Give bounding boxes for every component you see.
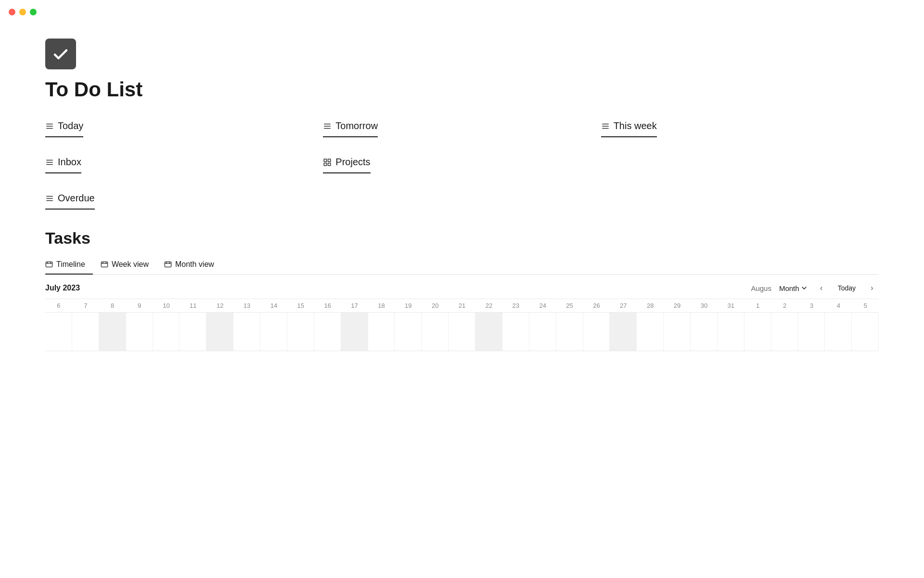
bar-cell <box>718 313 744 351</box>
date-cell: 24 <box>529 299 556 312</box>
list-icon <box>45 122 54 131</box>
date-cell: 7 <box>72 299 99 312</box>
bar-cell <box>368 313 395 351</box>
svg-rect-16 <box>328 163 331 165</box>
date-cell: 10 <box>153 299 180 312</box>
bar-cell <box>449 313 475 351</box>
date-cell: 16 <box>314 299 341 312</box>
svg-rect-28 <box>165 262 171 267</box>
today-button[interactable]: Today <box>832 282 861 294</box>
date-cell: 2 <box>771 299 798 312</box>
month-dropdown-label: Month <box>779 284 799 292</box>
tab-timeline[interactable]: Timeline <box>45 257 93 275</box>
maximize-button[interactable] <box>30 9 37 15</box>
svg-rect-14 <box>328 159 331 161</box>
date-cell: 13 <box>233 299 260 312</box>
date-cell: 17 <box>341 299 368 312</box>
sidebar-item-tomorrow[interactable]: Tomorrow <box>323 120 378 137</box>
date-cell: 14 <box>260 299 287 312</box>
bar-cell <box>583 313 610 351</box>
date-cell: 27 <box>610 299 637 312</box>
overdue-label: Overdue <box>58 193 95 204</box>
bar-cell <box>610 313 637 351</box>
week-view-icon <box>101 261 108 268</box>
date-cell: 21 <box>449 299 475 312</box>
checkmark-icon <box>52 45 69 63</box>
bar-cell <box>72 313 99 351</box>
sidebar-item-today[interactable]: Today <box>45 120 83 137</box>
bar-cell <box>744 313 771 351</box>
sidebar-item-projects[interactable]: Projects <box>323 157 370 173</box>
date-cell: 28 <box>637 299 664 312</box>
date-cell: 31 <box>718 299 744 312</box>
date-cell: 29 <box>664 299 691 312</box>
date-cell: 20 <box>422 299 449 312</box>
tab-week-view[interactable]: Week view <box>101 257 156 275</box>
bar-cell <box>99 313 126 351</box>
date-cell: 30 <box>691 299 718 312</box>
prev-nav-button[interactable]: ‹ <box>815 281 828 295</box>
svg-rect-13 <box>324 159 327 161</box>
bar-cell <box>341 313 368 351</box>
date-cell: 8 <box>99 299 126 312</box>
timeline-icon <box>45 261 53 268</box>
list-icon-4 <box>45 158 54 167</box>
close-button[interactable] <box>9 9 15 15</box>
bar-cell <box>126 313 153 351</box>
bar-cell <box>260 313 287 351</box>
date-cell: 12 <box>206 299 233 312</box>
date-cell: 15 <box>287 299 314 312</box>
tomorrow-label: Tomorrow <box>335 120 378 131</box>
week-view-label: Week view <box>112 260 149 269</box>
timeline-label: Timeline <box>56 260 85 269</box>
tab-month-view[interactable]: Month view <box>164 257 222 275</box>
month-dropdown[interactable]: Month <box>775 282 811 294</box>
bar-cell <box>691 313 718 351</box>
current-month-label: July 2023 <box>45 284 80 292</box>
month-view-label: Month view <box>175 260 214 269</box>
bar-cell <box>798 313 825 351</box>
tasks-title: Tasks <box>45 229 879 248</box>
chevron-down-icon <box>801 285 807 291</box>
date-cell: 3 <box>798 299 825 312</box>
main-content: To Do List Today Tomorrow <box>0 0 924 370</box>
date-cell: 11 <box>180 299 206 312</box>
bar-cell <box>395 313 422 351</box>
sidebar-item-this-week[interactable]: This week <box>601 120 657 137</box>
bar-cell <box>502 313 529 351</box>
inbox-label: Inbox <box>58 157 81 168</box>
minimize-button[interactable] <box>19 9 26 15</box>
grid-icon <box>323 158 332 167</box>
empty-col-3 <box>601 193 879 210</box>
sidebar-item-inbox[interactable]: Inbox <box>45 157 81 173</box>
svg-rect-24 <box>101 262 107 267</box>
bar-cell <box>475 313 502 351</box>
bar-cell <box>45 313 72 351</box>
next-nav-button[interactable]: › <box>865 281 879 295</box>
date-cell: 4 <box>825 299 852 312</box>
bar-cell <box>153 313 180 351</box>
date-cell: 26 <box>583 299 610 312</box>
date-cell: 23 <box>502 299 529 312</box>
empty-col-1 <box>601 157 879 173</box>
next-month-label: Augus <box>751 284 771 292</box>
bar-cell <box>529 313 556 351</box>
svg-rect-15 <box>324 163 327 165</box>
bar-cell <box>180 313 206 351</box>
date-cell: 5 <box>852 299 879 312</box>
bar-cell <box>314 313 341 351</box>
sections-row-2: Inbox Projects <box>45 157 879 173</box>
timeline-header: July 2023 Augus Month ‹ Today › <box>45 275 879 299</box>
list-icon-2 <box>323 122 332 131</box>
app-icon <box>45 39 76 69</box>
timeline-controls: Augus Month ‹ Today › <box>751 281 879 295</box>
bar-cell <box>637 313 664 351</box>
bar-cell <box>556 313 583 351</box>
sidebar-item-overdue[interactable]: Overdue <box>45 193 95 210</box>
list-icon-3 <box>601 122 610 131</box>
calendar-bars <box>45 313 879 351</box>
sections-row-1: Today Tomorrow This week <box>45 120 879 137</box>
bar-cell <box>422 313 449 351</box>
page-title: To Do List <box>45 78 879 101</box>
svg-rect-20 <box>46 262 52 267</box>
